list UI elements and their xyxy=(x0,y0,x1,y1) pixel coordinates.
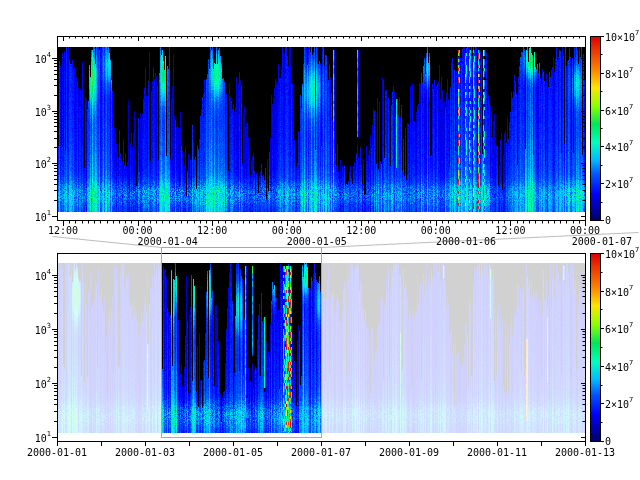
x-tick-label-top: 12:00 xyxy=(346,225,376,236)
colorbar-tick-label-bottom: 8×107 xyxy=(605,284,633,297)
date-label-bottom: 2000-01-13 xyxy=(555,447,615,458)
date-label-bottom: 2000-01-05 xyxy=(203,447,263,458)
x-tick-label-top: 00:00 xyxy=(421,225,451,236)
colorbar-tick-label-bottom: 10×107 xyxy=(605,246,639,259)
y-tick-label-top: 102 xyxy=(17,156,51,169)
x-tick-label-top: 12:00 xyxy=(48,225,78,236)
colorbar-tick-label-top: 4×107 xyxy=(605,140,633,153)
colorbar-tick-label-bottom: 4×107 xyxy=(605,359,633,372)
date-label-bottom: 2000-01-11 xyxy=(467,447,527,458)
date-label-bottom: 2000-01-03 xyxy=(115,447,175,458)
date-label-top: 2000-01-04 xyxy=(138,236,198,247)
date-label-bottom: 2000-01-07 xyxy=(291,447,351,458)
y-tick-label-bottom: 102 xyxy=(17,376,51,389)
x-tick-label-top: 00:00 xyxy=(123,225,153,236)
colorbar-bottom xyxy=(590,253,600,441)
selection-window[interactable] xyxy=(161,247,321,437)
bottom-plot-area[interactable] xyxy=(57,253,585,441)
y-tick-label-bottom: 101 xyxy=(17,430,51,443)
date-label-bottom: 2000-01-09 xyxy=(379,447,439,458)
colorbar-tick-label-bottom: 0 xyxy=(605,436,611,447)
x-tick-label-top: 00:00 xyxy=(570,225,600,236)
y-tick-label-bottom: 104 xyxy=(17,268,51,281)
colorbar-tick-label-bottom: 2×107 xyxy=(605,397,633,410)
colorbar-tick-label-top: 10×107 xyxy=(605,29,639,42)
y-tick-label-top: 104 xyxy=(17,51,51,64)
top-plot-area[interactable] xyxy=(57,36,585,220)
x-tick-label-top: 12:00 xyxy=(495,225,525,236)
y-tick-label-top: 103 xyxy=(17,104,51,117)
x-tick-label-top: 00:00 xyxy=(272,225,302,236)
colorbar-tick-label-top: 8×107 xyxy=(605,66,633,79)
spectrogram-figure: 12:0000:0012:0000:0012:0000:0012:0000:00… xyxy=(0,0,640,480)
colorbar-tick-label-top: 0 xyxy=(605,215,611,226)
date-label-bottom: 2000-01-01 xyxy=(27,447,87,458)
colorbar-top xyxy=(590,36,600,220)
y-tick-label-bottom: 103 xyxy=(17,322,51,335)
x-tick-label-top: 12:00 xyxy=(197,225,227,236)
colorbar-tick-label-top: 2×107 xyxy=(605,177,633,190)
y-tick-label-top: 101 xyxy=(17,209,51,222)
date-label-top: 2000-01-06 xyxy=(436,236,496,247)
colorbar-tick-label-top: 6×107 xyxy=(605,103,633,116)
colorbar-tick-label-bottom: 6×107 xyxy=(605,322,633,335)
date-label-top: 2000-01-05 xyxy=(287,236,347,247)
